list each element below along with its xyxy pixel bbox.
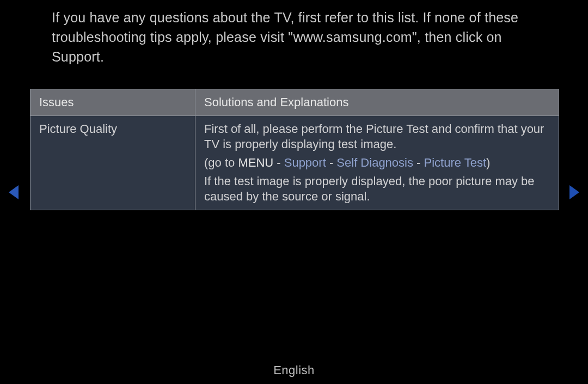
table-header-row: Issues Solutions and Explanations: [30, 89, 559, 115]
goto-menu: MENU: [238, 156, 273, 169]
manual-page: If you have any questions about the TV, …: [0, 0, 588, 384]
header-solutions: Solutions and Explanations: [195, 89, 559, 115]
table-row: Picture Quality First of all, please per…: [30, 115, 559, 210]
solution-goto: (go to MENU - Support - Self Diagnosis -…: [204, 155, 551, 170]
troubleshooting-table: Issues Solutions and Explanations Pictur…: [30, 89, 559, 210]
solution-cell: First of all, please perform the Picture…: [195, 116, 559, 210]
svg-marker-1: [569, 185, 579, 199]
goto-sep-2: -: [326, 156, 337, 169]
header-issues: Issues: [30, 89, 195, 115]
next-page-arrow[interactable]: [567, 184, 581, 200]
goto-close: ): [486, 156, 490, 169]
prev-page-arrow[interactable]: [7, 184, 21, 200]
goto-open: (go to: [204, 156, 238, 169]
triangle-left-icon: [7, 184, 21, 200]
solution-text-3: If the test image is properly displayed,…: [204, 174, 551, 204]
intro-paragraph: If you have any questions about the TV, …: [52, 8, 531, 66]
goto-sep-1: -: [273, 156, 284, 169]
goto-self-diagnosis: Self Diagnosis: [336, 156, 413, 169]
goto-support: Support: [284, 156, 326, 169]
goto-picture-test: Picture Test: [424, 156, 487, 169]
issue-cell: Picture Quality: [30, 116, 195, 210]
svg-marker-0: [9, 185, 19, 199]
triangle-right-icon: [567, 184, 581, 200]
goto-sep-3: -: [413, 156, 424, 169]
solution-text-1: First of all, please perform the Picture…: [204, 121, 551, 152]
language-label: English: [0, 363, 588, 377]
